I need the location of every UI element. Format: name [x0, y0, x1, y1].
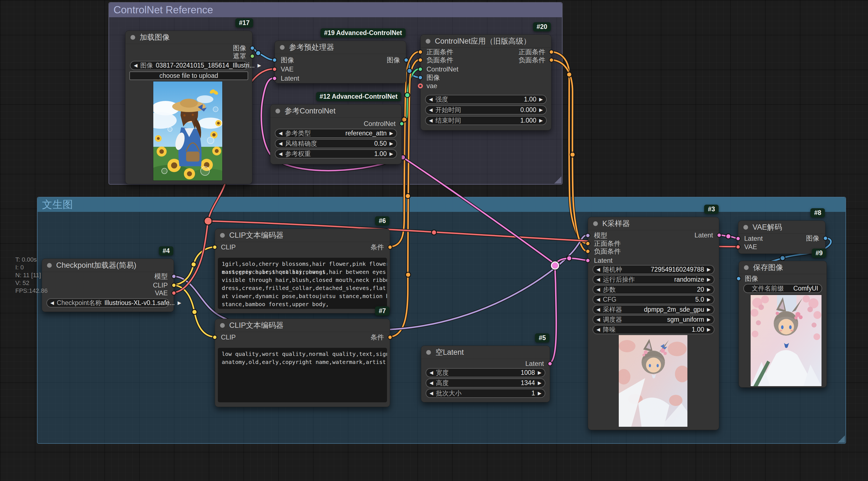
node-header[interactable]: CLIP文本编码器 — [215, 319, 390, 332]
node-empty-latent[interactable]: 空Latent Latent ◀ 宽度 1008 ▶ ◀ 高度 1344 ▶ ◀… — [421, 346, 550, 402]
input-controlnet[interactable]: ControlNet — [418, 65, 459, 73]
widget-left-arrow-icon[interactable]: ◀ — [429, 107, 433, 113]
port-dot-vae-icon[interactable] — [736, 245, 741, 249]
output-image[interactable]: 图像 — [806, 234, 828, 243]
port-dot-image-icon[interactable] — [736, 276, 741, 281]
port-dot-image-icon[interactable] — [404, 58, 409, 63]
port-dot-conditioning-icon[interactable] — [418, 58, 423, 63]
collapse-dot-icon[interactable] — [220, 323, 225, 328]
widget-right-arrow-icon[interactable]: ▶ — [707, 317, 711, 323]
widget-right-arrow-icon[interactable]: ▶ — [707, 307, 711, 313]
widget-left-arrow-icon[interactable]: ◀ — [430, 380, 433, 386]
port-dot-controlnet-icon[interactable] — [418, 67, 423, 72]
node-clip-text-encode-positive[interactable]: CLIP文本编码器 CLIP 条件 1girl,solo,cherry blos… — [215, 229, 390, 313]
scheduler-widget[interactable]: ◀ 调度器 sgm_uniform ▶ — [593, 315, 714, 324]
port-dot-image-icon[interactable] — [823, 236, 828, 241]
widget-left-arrow-icon[interactable]: ◀ — [596, 327, 600, 332]
image-combo-widget[interactable]: ◀ 图像 03817-20241015_185614_Illustri... ▶ — [130, 61, 248, 70]
widget-right-arrow-icon[interactable]: ▶ — [258, 63, 261, 68]
widget-left-arrow-icon[interactable]: ◀ — [134, 63, 137, 68]
widget-left-arrow-icon[interactable]: ◀ — [596, 307, 600, 313]
port-dot-conditioning-icon[interactable] — [418, 50, 423, 55]
width-widget[interactable]: ◀ 宽度 1008 ▶ — [426, 368, 545, 377]
steps-widget[interactable]: ◀ 步数 20 ▶ — [593, 285, 714, 294]
port-dot-vae-icon[interactable] — [172, 291, 176, 295]
widget-right-arrow-icon[interactable]: ▶ — [390, 130, 393, 136]
denoise-widget[interactable]: ◀ 降噪 1.00 ▶ — [593, 325, 714, 334]
collapse-dot-icon[interactable] — [275, 109, 280, 114]
collapse-dot-icon[interactable] — [220, 233, 225, 238]
widget-right-arrow-icon[interactable]: ▶ — [707, 287, 711, 292]
port-dot-vae-icon[interactable] — [418, 84, 423, 88]
node-reference-preprocessor[interactable]: 参考预处理器 图像 VAE Latent 图像 — [275, 41, 406, 84]
input-latent[interactable]: Latent — [272, 74, 299, 83]
collapse-dot-icon[interactable] — [426, 350, 431, 355]
widget-right-arrow-icon[interactable]: ▶ — [539, 107, 543, 113]
reference-type-widget[interactable]: ◀ 参考类型 reference_attn ▶ — [275, 129, 397, 138]
output-conditioning[interactable]: 条件 — [371, 243, 393, 251]
height-widget[interactable]: ◀ 高度 1344 ▶ — [426, 378, 545, 388]
positive-prompt-textarea[interactable]: 1girl,solo,cherry blossoms,hair flower,p… — [218, 258, 387, 309]
batch-size-widget[interactable]: ◀ 批次大小 1 ▶ — [426, 389, 545, 398]
node-header[interactable]: ControlNet应用（旧版高级） — [421, 35, 551, 48]
widget-right-arrow-icon[interactable]: ▶ — [390, 141, 393, 147]
widget-right-arrow-icon[interactable]: ▶ — [538, 370, 541, 376]
node-save-image[interactable]: 保存图像 图像 文件名前缀 ComfyUI — [739, 261, 827, 388]
filename-prefix-widget[interactable]: 文件名前缀 ComfyUI — [743, 284, 822, 293]
port-dot-controlnet-icon[interactable] — [399, 121, 404, 126]
port-dot-conditioning-icon[interactable] — [585, 249, 590, 254]
port-dot-latent-icon[interactable] — [272, 76, 277, 81]
port-dot-image-icon[interactable] — [272, 58, 277, 63]
output-vae[interactable]: VAE — [155, 289, 176, 297]
input-vae[interactable]: VAE — [736, 243, 757, 251]
sampler-widget[interactable]: ◀ 采样器 dpmpp_2m_sde_gpu ▶ — [593, 305, 714, 314]
output-positive[interactable]: 正面条件 — [519, 48, 554, 56]
node-header[interactable]: 空Latent — [421, 346, 550, 359]
input-negative[interactable]: 负面条件 — [585, 247, 621, 256]
port-dot-vae-icon[interactable] — [272, 67, 277, 72]
seed-widget[interactable]: ◀ 随机种 729549160249788 ▶ — [593, 265, 714, 274]
node-apply-controlnet[interactable]: ControlNet应用（旧版高级） 正面条件 负面条件 ControlNet … — [421, 34, 551, 130]
widget-left-arrow-icon[interactable]: ◀ — [596, 267, 600, 272]
output-image[interactable]: 图像 — [233, 44, 255, 52]
widget-right-arrow-icon[interactable]: ▶ — [538, 390, 541, 396]
collapse-dot-icon[interactable] — [426, 39, 430, 44]
port-dot-clip-icon[interactable] — [172, 283, 176, 288]
widget-right-arrow-icon[interactable]: ▶ — [707, 297, 711, 302]
port-dot-latent-icon[interactable] — [736, 236, 741, 241]
port-dot-mask-icon[interactable] — [250, 54, 255, 59]
output-image[interactable]: 图像 — [387, 56, 409, 64]
style-fidelity-widget[interactable]: ◀ 风格精确度 0.50 ▶ — [275, 139, 397, 148]
reference-weight-widget[interactable]: ◀ 参考权重 1.00 ▶ — [275, 149, 397, 158]
widget-right-arrow-icon[interactable]: ▶ — [538, 380, 541, 386]
input-positive[interactable]: 正面条件 — [585, 239, 621, 248]
output-negative[interactable]: 负面条件 — [519, 56, 554, 64]
port-dot-clip-icon[interactable] — [212, 245, 217, 250]
widget-left-arrow-icon[interactable]: ◀ — [596, 287, 600, 292]
collapse-dot-icon[interactable] — [743, 225, 748, 230]
input-model[interactable]: 模型 — [585, 231, 607, 240]
control-after-generate-widget[interactable]: ◀ 运行后操作 randomize ▶ — [593, 275, 714, 284]
node-checkpoint-loader[interactable]: Checkpoint加载器(简易) 模型 CLIP VAE ◀ Checkpoi… — [42, 259, 174, 312]
widget-left-arrow-icon[interactable]: ◀ — [596, 277, 600, 283]
widget-right-arrow-icon[interactable]: ▶ — [178, 300, 181, 306]
input-vae[interactable]: VAE — [272, 65, 293, 73]
node-header[interactable]: VAE解码 — [738, 221, 825, 234]
port-dot-conditioning-icon[interactable] — [549, 58, 554, 63]
port-dot-latent-icon[interactable] — [548, 361, 553, 366]
node-reference-controlnet[interactable]: 参考ControlNet ControlNet ◀ 参考类型 reference… — [270, 104, 402, 164]
collapse-dot-icon[interactable] — [280, 45, 285, 50]
collapse-dot-icon[interactable] — [744, 265, 749, 270]
output-latent[interactable]: Latent — [525, 359, 553, 368]
port-dot-model-icon[interactable] — [172, 274, 176, 279]
node-header[interactable]: CLIP文本编码器 — [215, 229, 390, 242]
widget-right-arrow-icon[interactable]: ▶ — [707, 327, 711, 332]
widget-left-arrow-icon[interactable]: ◀ — [430, 390, 433, 396]
widget-right-arrow-icon[interactable]: ▶ — [539, 118, 543, 123]
widget-left-arrow-icon[interactable]: ◀ — [279, 130, 282, 136]
port-dot-latent-icon[interactable] — [585, 258, 590, 263]
widget-right-arrow-icon[interactable]: ▶ — [707, 267, 711, 272]
node-header[interactable]: 参考ControlNet — [271, 104, 401, 118]
widget-right-arrow-icon[interactable]: ▶ — [707, 277, 711, 283]
node-clip-text-encode-negative[interactable]: CLIP文本编码器 CLIP 条件 low quality,worst qual… — [215, 319, 390, 407]
